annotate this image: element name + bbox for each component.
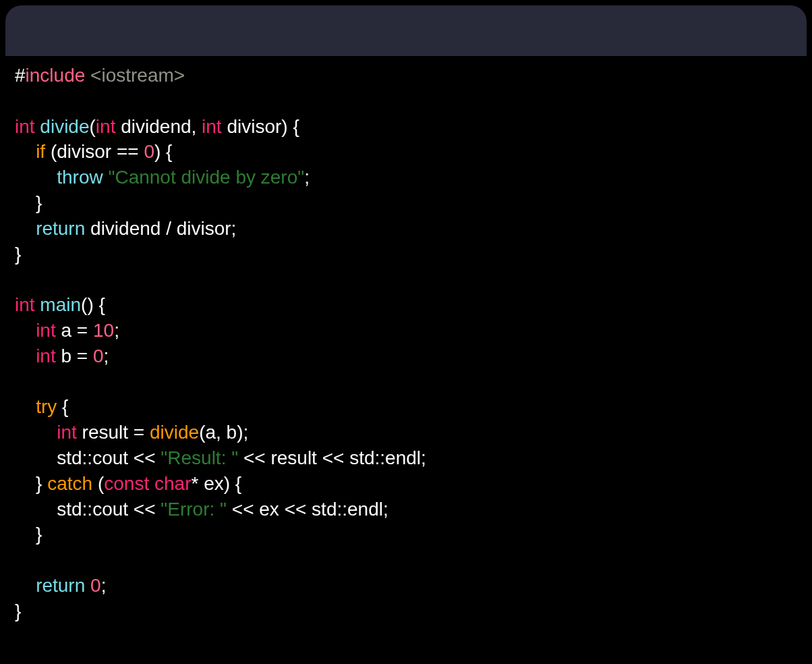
code-line: return 0; [15, 575, 106, 596]
code-header-bar [5, 5, 807, 56]
code-line: } [15, 524, 42, 545]
code-line: int result = divide(a, b); [15, 422, 248, 443]
code-line: } catch (const char* ex) { [15, 473, 241, 494]
code-line: } [15, 244, 21, 265]
code-line: } [15, 601, 21, 621]
code-line: #include <iostream> [15, 65, 185, 86]
code-line: std::cout << "Error: " << ex << std::end… [15, 499, 388, 520]
code-line: try { [15, 396, 68, 417]
code-line: int main() { [15, 294, 105, 315]
code-line: std::cout << "Result: " << result << std… [15, 447, 426, 468]
code-line: int b = 0; [15, 345, 109, 366]
code-line: } [15, 192, 42, 213]
code-block-container: #include <iostream> int divide(int divid… [5, 5, 807, 659]
code-content: #include <iostream> int divide(int divid… [5, 56, 807, 631]
code-line: throw "Cannot divide by zero"; [15, 167, 310, 188]
code-line: if (divisor == 0) { [15, 141, 172, 162]
code-line: int divide(int dividend, int divisor) { [15, 116, 299, 137]
code-line: return dividend / divisor; [15, 218, 236, 239]
code-line: int a = 10; [15, 320, 119, 341]
